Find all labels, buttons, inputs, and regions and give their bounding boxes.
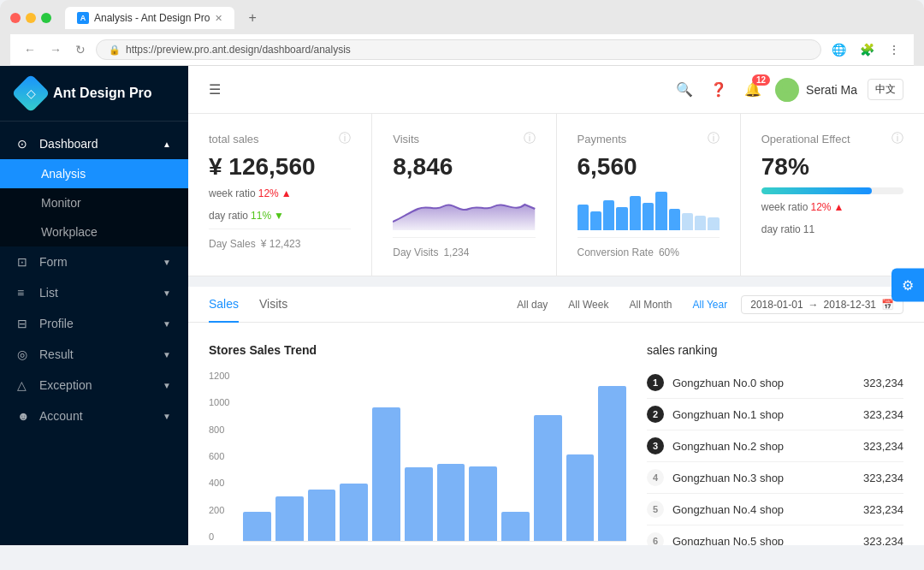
- up-icon: ▲: [833, 201, 844, 213]
- bar-item: [405, 467, 433, 541]
- info-icon-payments[interactable]: ⓘ: [708, 131, 720, 146]
- stat-footer-payments: Conversion Rate 60%: [578, 237, 720, 258]
- filter-all-year[interactable]: All Year: [686, 295, 735, 314]
- stat-sub-total-sales: week ratio 12% ▲ day ratio 11% ▼: [209, 187, 351, 222]
- settings-fab[interactable]: ⚙: [891, 269, 924, 302]
- sidebar-nav: ⊙ Dashboard ▲ Analysis Monitor Workplace…: [0, 122, 188, 545]
- browser-tab[interactable]: A Analysis - Ant Design Pro ✕: [65, 7, 234, 29]
- language-button[interactable]: 中文: [868, 79, 903, 100]
- rank-number: 2: [647, 406, 664, 423]
- ranking-title: sales ranking: [647, 343, 903, 357]
- sidebar-item-monitor[interactable]: Monitor: [0, 188, 188, 217]
- sidebar-item-dashboard[interactable]: ⊙ Dashboard ▲: [0, 128, 188, 159]
- tab-close-button[interactable]: ✕: [215, 13, 222, 24]
- stat-value-operational: 78%: [761, 153, 903, 181]
- stat-title-visits: Visits: [393, 133, 419, 145]
- stat-title-total-sales: total sales: [209, 133, 259, 145]
- info-icon-total-sales[interactable]: ⓘ: [339, 131, 351, 146]
- tab-visits[interactable]: Visits: [259, 287, 287, 323]
- stat-footer-total-sales: Day Sales ¥ 12,423: [209, 229, 351, 250]
- ranking-item: 6 Gongzhuan No.5 shop 323,234: [647, 525, 903, 545]
- rank-value: 323,234: [863, 408, 903, 421]
- info-icon-operational[interactable]: ⓘ: [891, 131, 903, 146]
- operational-progress-fill: [761, 187, 873, 194]
- sidebar-item-list[interactable]: ≡ List ▼: [0, 277, 188, 308]
- dashboard-icon: ⊙: [17, 137, 31, 151]
- user-name: Serati Ma: [806, 83, 857, 97]
- chevron-down-icon: ▼: [163, 412, 171, 421]
- stat-card-total-sales: total sales ⓘ ¥ 126,560 week ratio 12% ▲…: [188, 114, 372, 276]
- ranking-item: 1 Gongzhuan No.0 shop 323,234: [647, 367, 903, 399]
- traffic-light-yellow[interactable]: [26, 13, 36, 23]
- stat-value-total-sales: ¥ 126,560: [209, 153, 351, 181]
- list-icon: ≡: [17, 286, 31, 300]
- notifications-wrapper: 🔔 12: [741, 78, 765, 101]
- search-button[interactable]: 🔍: [672, 78, 696, 101]
- menu-button[interactable]: ⋮: [885, 41, 903, 58]
- day-ratio: 11%: [251, 210, 271, 222]
- bar-item: [372, 407, 400, 541]
- chart-ranking-row: Stores Sales Trend 1200 1000 800 600 400…: [188, 323, 924, 545]
- sidebar-item-result[interactable]: ◎ Result ▼: [0, 339, 188, 370]
- traffic-light-green[interactable]: [41, 13, 51, 23]
- stat-value-visits: 8,846: [393, 153, 535, 181]
- bar-item: [566, 454, 595, 541]
- stats-row: total sales ⓘ ¥ 126,560 week ratio 12% ▲…: [188, 114, 924, 276]
- info-icon-visits[interactable]: ⓘ: [524, 131, 536, 146]
- sidebar-item-profile[interactable]: ⊟ Profile ▼: [0, 308, 188, 339]
- bar-item: [243, 512, 271, 541]
- filter-all-day[interactable]: All day: [510, 295, 554, 314]
- logo-text: Ant Design Pro: [53, 86, 152, 101]
- ranking-item: 2 Gongzhuan No.1 shop 323,234: [647, 399, 903, 430]
- collapse-button[interactable]: ☰: [209, 81, 221, 98]
- stat-title-payments: Payments: [578, 133, 627, 145]
- bar-item: [598, 386, 626, 541]
- filter-all-month[interactable]: All Month: [622, 295, 678, 314]
- stat-card-payments: Payments ⓘ 6,560: [557, 114, 741, 276]
- back-button[interactable]: ←: [21, 41, 39, 58]
- tab-filters: All day All Week All Month All Year 2018…: [510, 295, 903, 314]
- down-arrow-icon: ▼: [274, 210, 284, 222]
- sidebar-logo: ◇ Ant Design Pro: [0, 66, 188, 122]
- extensions-button[interactable]: 🧩: [856, 41, 878, 58]
- analysis-tabs: Sales Visits All day All Week All Month …: [188, 287, 924, 323]
- tab-sales[interactable]: Sales: [209, 287, 239, 323]
- user-info[interactable]: Serati Ma: [775, 78, 857, 102]
- ranking-item: 5 Gongzhuan No.4 shop 323,234: [647, 494, 903, 525]
- sidebar-submenu-dashboard: Analysis Monitor Workplace: [0, 159, 188, 246]
- sidebar-item-label: Dashboard: [39, 137, 98, 151]
- stat-card-operational: Operational Effect ⓘ 78% week ratio 12% …: [741, 114, 924, 276]
- translate-button[interactable]: 🌐: [828, 41, 850, 58]
- date-range-picker[interactable]: 2018-01-01 → 2018-12-31 📅: [741, 295, 903, 314]
- svg-point-1: [779, 92, 796, 102]
- account-icon: ☻: [17, 409, 31, 423]
- sidebar-item-workplace[interactable]: Workplace: [0, 217, 188, 246]
- svg-point-0: [782, 81, 792, 92]
- new-tab-button[interactable]: +: [241, 9, 263, 27]
- forward-button[interactable]: →: [46, 41, 65, 58]
- help-button[interactable]: ❓: [707, 78, 731, 101]
- rank-shop-name: Gongzhuan No.2 shop: [672, 440, 855, 453]
- traffic-light-red[interactable]: [10, 13, 21, 23]
- sidebar-item-exception[interactable]: △ Exception ▼: [0, 370, 188, 401]
- sidebar-item-label: Exception: [39, 378, 92, 392]
- sidebar-item-analysis[interactable]: Analysis: [0, 159, 188, 188]
- y-axis: 1200 1000 800 600 400 200 0: [209, 371, 229, 542]
- refresh-button[interactable]: ↻: [72, 41, 89, 58]
- address-bar[interactable]: 🔒 https://preview.pro.ant.design/dashboa…: [96, 39, 821, 60]
- sidebar: ◇ Ant Design Pro ⊙ Dashboard ▲ Analysis …: [0, 66, 188, 545]
- chart-section: Stores Sales Trend 1200 1000 800 600 400…: [209, 343, 626, 545]
- url-text: https://preview.pro.ant.design/dashboard…: [126, 44, 351, 56]
- rank-number: 3: [647, 437, 664, 454]
- logo-icon: ◇: [11, 74, 50, 112]
- sidebar-item-form[interactable]: ⊡ Form ▼: [0, 246, 188, 277]
- rank-value: 323,234: [863, 440, 903, 453]
- rank-shop-name: Gongzhuan No.5 shop: [672, 535, 855, 546]
- filter-all-week[interactable]: All Week: [561, 295, 615, 314]
- up-arrow-icon: ▲: [281, 187, 292, 199]
- visits-mini-chart: [393, 187, 535, 230]
- stat-sub-operational: week ratio 12% ▲ day ratio 11: [761, 201, 903, 235]
- sidebar-item-account[interactable]: ☻ Account ▼: [0, 401, 188, 431]
- rank-shop-name: Gongzhuan No.4 shop: [672, 503, 855, 516]
- y-label: 400: [209, 478, 229, 488]
